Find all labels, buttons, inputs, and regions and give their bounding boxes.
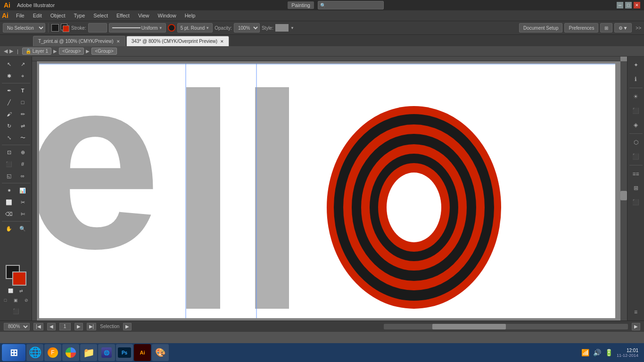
right-panel-btn1[interactable]: ✦ — [629, 58, 643, 72]
blend-tool[interactable]: ∞ — [16, 170, 29, 181]
pen-tool[interactable]: ✒ — [2, 85, 16, 96]
direct-selection-tool[interactable]: ↗ — [16, 58, 29, 70]
taskbar-firefox[interactable]: F — [44, 344, 61, 361]
scissors-tool[interactable]: ✄ — [16, 208, 29, 220]
breadcrumb-forward[interactable]: ▶ — [9, 48, 13, 54]
tab-343[interactable]: 343* @ 800% (CMYK/Overprint Preview) ✕ — [126, 36, 229, 46]
rotate-tool[interactable]: ↻ — [2, 120, 16, 132]
artboard-tool[interactable]: ⬜ — [2, 197, 16, 208]
magic-wand-tool[interactable]: ✱ — [2, 70, 16, 82]
hand-tool[interactable]: ✋ — [2, 223, 16, 234]
gradient-tool[interactable]: ◱ — [2, 170, 16, 181]
taskbar-ie[interactable]: 🌐 — [26, 344, 43, 361]
extras-icon[interactable]: >> — [636, 25, 641, 31]
breadcrumb-back[interactable]: ◀ — [4, 48, 8, 54]
zoom-select[interactable]: 800% — [4, 323, 30, 330]
extra-button[interactable]: ⚙▼ — [614, 23, 632, 33]
shape-tool[interactable]: □ — [16, 97, 29, 108]
menu-file[interactable]: File — [12, 12, 28, 19]
arrange-button[interactable]: ⊞ — [600, 23, 612, 33]
maximize-button[interactable]: □ — [625, 2, 632, 8]
stroke-type-selector[interactable]: Uniform ▼ — [109, 23, 166, 33]
taskbar-photoshop[interactable]: Ps — [116, 344, 133, 361]
preferences-button[interactable]: Preferences — [564, 23, 598, 33]
menu-type[interactable]: Type — [70, 12, 89, 19]
right-panel-btn6[interactable]: ⬡ — [629, 136, 643, 149]
warp-tool[interactable]: 〜 — [16, 132, 29, 143]
right-panel-btn8[interactable]: ≡≡ — [629, 167, 643, 181]
right-panel-btn11[interactable]: ≡ — [629, 305, 643, 319]
menu-edit[interactable]: Edit — [29, 12, 46, 19]
right-panel-btn3[interactable]: ☀ — [629, 90, 643, 103]
slice-tool[interactable]: ✂ — [16, 197, 29, 208]
column-graph-tool[interactable]: 📊 — [16, 185, 29, 196]
stroke-cap-selector[interactable]: 5 pt. Round ▼ — [177, 23, 213, 33]
line-tool[interactable]: ╱ — [2, 97, 16, 108]
h-scrollbar[interactable] — [384, 324, 628, 329]
menu-effect[interactable]: Effect — [113, 12, 133, 19]
next-page-btn[interactable]: ▶ — [74, 323, 83, 330]
right-panel-btn7[interactable]: ⬛ — [629, 150, 643, 163]
change-screen-mode[interactable]: ⬛ — [3, 305, 29, 317]
search-input[interactable] — [318, 1, 384, 9]
scale-tool[interactable]: ⤡ — [2, 132, 16, 143]
tray-volume-icon[interactable]: 🔊 — [593, 349, 601, 356]
last-page-btn[interactable]: ▶| — [87, 323, 97, 330]
tab-tprint-close[interactable]: ✕ — [116, 39, 120, 44]
style-dropdown-arrow[interactable]: ▼ — [290, 26, 294, 30]
tray-network-icon[interactable]: 📶 — [581, 349, 589, 356]
right-panel-btn10[interactable]: ⬛ — [629, 196, 643, 209]
breadcrumb-group1[interactable]: <Group> — [59, 48, 84, 55]
workspace-selector[interactable]: Painting — [288, 1, 314, 9]
menu-help[interactable]: Help — [181, 12, 199, 19]
right-panel-btn5[interactable]: ◈ — [629, 118, 643, 132]
background-color[interactable] — [12, 272, 26, 286]
right-panel-btn9[interactable]: ⊞ — [629, 181, 643, 195]
default-colors-icon[interactable]: ⬜ — [7, 287, 15, 295]
minimize-button[interactable]: ─ — [617, 2, 623, 8]
prev-page-btn[interactable]: ◀ — [47, 323, 56, 330]
close-button[interactable]: ✕ — [634, 2, 640, 8]
taskbar-folder[interactable]: 📁 — [80, 344, 97, 361]
v-scrollbar[interactable] — [620, 61, 627, 321]
symbol-sprayer-tool[interactable]: ⁕ — [2, 185, 16, 196]
right-panel-btn2[interactable]: ℹ — [629, 73, 643, 86]
reflect-tool[interactable]: ⇌ — [16, 120, 29, 132]
fill-selector[interactable] — [61, 24, 69, 32]
perspective-tool[interactable]: ⬛ — [2, 158, 16, 170]
eraser-tool[interactable]: ⌫ — [2, 208, 16, 220]
style-swatch[interactable] — [275, 24, 289, 32]
start-button[interactable]: ⊞ — [2, 344, 25, 361]
v-scroll-thumb[interactable] — [620, 191, 627, 200]
taskbar-network[interactable]: 🌐 — [98, 344, 115, 361]
menu-object[interactable]: Object — [47, 12, 69, 19]
mode-arrow-btn[interactable]: ▶ — [123, 323, 132, 330]
free-transform-tool[interactable]: ⊡ — [2, 147, 16, 158]
pencil-tool[interactable]: ✏ — [16, 108, 29, 120]
tab-343-close[interactable]: ✕ — [220, 39, 224, 44]
paintbrush-tool[interactable]: 🖌 — [2, 108, 16, 120]
first-page-btn[interactable]: |◀ — [33, 323, 43, 330]
type-tool[interactable]: T — [16, 85, 29, 96]
breadcrumb-group2[interactable]: <Group> — [91, 48, 116, 55]
h-scroll-right[interactable]: ▶ — [632, 323, 640, 330]
swap-colors-icon[interactable]: ⇄ — [17, 287, 25, 295]
canvas-area[interactable]: e — [32, 57, 627, 321]
lasso-tool[interactable]: ⌖ — [16, 70, 29, 82]
tray-battery-icon[interactable]: 🔋 — [605, 349, 613, 356]
breadcrumb-layer[interactable]: 🔒 Layer 1 — [22, 48, 51, 55]
right-panel-btn4[interactable]: ⬛ — [629, 104, 643, 117]
color-icon[interactable]: □ — [1, 296, 10, 304]
shape-builder-tool[interactable]: ⊕ — [16, 147, 29, 158]
menu-select[interactable]: Select — [90, 12, 112, 19]
none-icon[interactable]: ⊘ — [22, 296, 31, 304]
taskbar-illustrator[interactable]: Ai — [134, 344, 151, 361]
menu-window[interactable]: Window — [154, 12, 180, 19]
fill-swatch[interactable] — [51, 24, 59, 32]
tab-tprint[interactable]: T_print.ai @ 100% (CMYK/Preview) ✕ — [33, 36, 125, 46]
selection-tool[interactable]: ↖ — [2, 58, 16, 70]
tray-clock[interactable]: 12:01 11-12-2014 — [617, 348, 638, 358]
selection-dropdown[interactable]: No Selection — [3, 23, 45, 33]
gradient-icon[interactable]: ▣ — [12, 296, 20, 304]
h-scroll-thumb[interactable] — [432, 324, 505, 329]
